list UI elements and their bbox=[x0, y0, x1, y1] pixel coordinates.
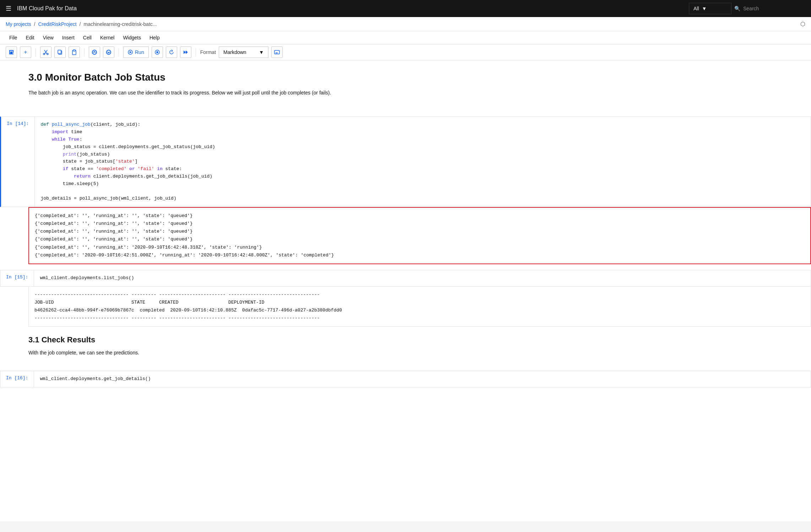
menu-insert[interactable]: Insert bbox=[59, 33, 78, 42]
breadcrumb-current: machinelearning-creditrisk-batc... bbox=[84, 21, 157, 27]
svg-marker-16 bbox=[130, 51, 132, 53]
save-button[interactable] bbox=[6, 47, 17, 58]
section-heading-3-0: 3.0 Monitor Batch Job Status bbox=[28, 72, 783, 83]
search-area: All ▼ 🔍 Search bbox=[689, 3, 805, 14]
cut-button[interactable] bbox=[40, 47, 51, 58]
fast-forward-button[interactable] bbox=[180, 47, 191, 58]
svg-rect-2 bbox=[13, 50, 13, 53]
toolbar: + Run Format Markdown ▼ bbox=[0, 44, 811, 60]
svg-rect-18 bbox=[156, 51, 158, 53]
svg-marker-19 bbox=[184, 50, 186, 54]
breadcrumb: My projects / CreditRiskProject / machin… bbox=[6, 21, 157, 27]
app-title: IBM Cloud Pak for Data bbox=[17, 5, 683, 12]
toolbar-divider-1 bbox=[36, 48, 36, 56]
svg-point-8 bbox=[47, 53, 48, 55]
svg-point-14 bbox=[107, 50, 111, 54]
menu-kernel[interactable]: Kernel bbox=[97, 33, 118, 42]
section-3-1: 3.1 Check Results With the job complete,… bbox=[0, 327, 811, 371]
search-placeholder: Search bbox=[743, 6, 759, 11]
toolbar-divider-2 bbox=[84, 48, 85, 56]
cell-14-code: def poll_async_job(client, job_uid): imp… bbox=[34, 117, 811, 207]
menu-cell[interactable]: Cell bbox=[80, 33, 95, 42]
restart-button[interactable] bbox=[166, 47, 177, 58]
breadcrumb-bar: My projects / CreditRiskProject / machin… bbox=[0, 17, 811, 31]
svg-point-7 bbox=[43, 53, 45, 55]
svg-rect-21 bbox=[274, 50, 279, 54]
cell-16[interactable]: In [16]: wml_client.deployments.get_job_… bbox=[0, 371, 811, 387]
toolbar-divider-3 bbox=[119, 48, 119, 56]
keyboard-shortcut-button[interactable] bbox=[271, 47, 283, 58]
move-down-button[interactable] bbox=[103, 47, 114, 58]
cell-15-code-text: wml_client.deployments.list_jobs() bbox=[40, 275, 805, 282]
cell-14-wrapper: In [14]: def poll_async_job(client, job_… bbox=[0, 116, 811, 264]
cell-15-output: ---------------------------------- -----… bbox=[28, 287, 811, 327]
format-value: Markdown bbox=[223, 49, 246, 55]
top-navigation-bar: ☰ IBM Cloud Pak for Data All ▼ 🔍 Search bbox=[0, 0, 811, 17]
search-icon: 🔍 bbox=[734, 6, 740, 11]
section-heading-3-1: 3.1 Check Results bbox=[28, 335, 783, 344]
menu-help[interactable]: Help bbox=[146, 33, 163, 42]
menu-widgets[interactable]: Widgets bbox=[119, 33, 145, 42]
cell-15[interactable]: In [15]: wml_client.deployments.list_job… bbox=[0, 270, 811, 287]
cell-14[interactable]: In [14]: def poll_async_job(client, job_… bbox=[0, 116, 811, 207]
section-3-0: 3.0 Monitor Batch Job Status The batch j… bbox=[0, 60, 811, 116]
add-cell-button[interactable]: + bbox=[20, 47, 31, 58]
svg-rect-4 bbox=[10, 51, 12, 54]
share-icon[interactable]: ⬡ bbox=[800, 21, 805, 27]
section-description-3-1: With the job complete, we can see the pr… bbox=[28, 349, 783, 357]
search-bar[interactable]: 🔍 Search bbox=[734, 6, 805, 11]
section-description-3-0: The batch job is an async operation. We … bbox=[28, 89, 783, 97]
svg-rect-3 bbox=[9, 54, 13, 54]
run-label: Run bbox=[135, 49, 144, 55]
cell-15-code: wml_client.deployments.list_jobs() bbox=[34, 270, 811, 286]
cell-16-code: wml_client.deployments.get_job_details() bbox=[34, 371, 811, 387]
copy-button[interactable] bbox=[54, 47, 66, 58]
format-dropdown[interactable]: Markdown ▼ bbox=[219, 47, 268, 58]
cell-14-output: {'completed_at': '', 'running_at': '', '… bbox=[28, 207, 811, 264]
filter-dropdown[interactable]: All ▼ bbox=[689, 3, 731, 14]
svg-point-13 bbox=[92, 50, 97, 54]
format-chevron-icon: ▼ bbox=[259, 49, 264, 55]
menu-view[interactable]: View bbox=[39, 33, 57, 42]
menu-file[interactable]: File bbox=[6, 33, 21, 42]
cell-16-label: In [16]: bbox=[0, 371, 34, 385]
stop-button[interactable] bbox=[152, 47, 163, 58]
cell-16-code-text: wml_client.deployments.get_job_details() bbox=[40, 375, 805, 383]
paste-button[interactable] bbox=[69, 47, 80, 58]
breadcrumb-my-projects[interactable]: My projects bbox=[6, 21, 31, 27]
format-label: Format bbox=[200, 49, 216, 55]
run-button[interactable]: Run bbox=[123, 47, 149, 58]
cell-15-label: In [15]: bbox=[0, 270, 34, 284]
menu-bar: File Edit View Insert Cell Kernel Widget… bbox=[0, 31, 811, 44]
cell-15-wrapper: In [15]: wml_client.deployments.list_job… bbox=[0, 270, 811, 327]
cell-14-label: In [14]: bbox=[1, 117, 34, 131]
menu-icon[interactable]: ☰ bbox=[6, 5, 11, 12]
svg-marker-20 bbox=[186, 50, 188, 54]
svg-rect-10 bbox=[58, 50, 61, 54]
toolbar-divider-4 bbox=[196, 48, 196, 56]
breadcrumb-project[interactable]: CreditRiskProject bbox=[38, 21, 76, 27]
move-up-button[interactable] bbox=[89, 47, 100, 58]
breadcrumb-separator-1: / bbox=[34, 21, 36, 27]
menu-edit[interactable]: Edit bbox=[22, 33, 38, 42]
filter-label: All bbox=[693, 6, 699, 11]
svg-rect-12 bbox=[73, 50, 75, 51]
chevron-down-icon: ▼ bbox=[702, 6, 707, 11]
cell-16-wrapper: In [16]: wml_client.deployments.get_job_… bbox=[0, 371, 811, 387]
main-content: 3.0 Monitor Batch Job Status The batch j… bbox=[0, 60, 811, 521]
breadcrumb-separator-2: / bbox=[80, 21, 81, 27]
